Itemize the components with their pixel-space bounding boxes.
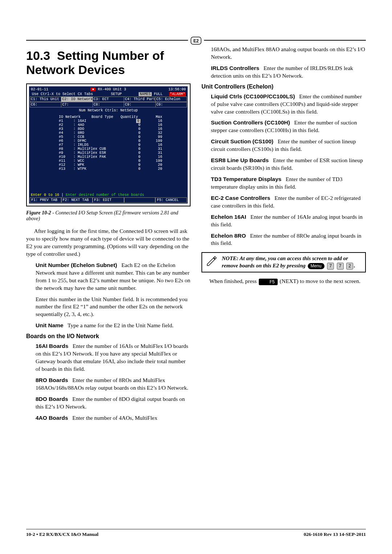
fkeys: F1: PREV TAB F2: NEXT TAB F3: EDIT F5: C… <box>30 197 187 203</box>
figure-caption: Figure 10-2 - Connected I/O Setup Screen… <box>26 210 191 222</box>
header-rule: E2 <box>26 40 366 41</box>
term-unit: RX-400 Unit 3 <box>98 87 126 91</box>
footer-left: 10-2 • E2 RX/BX/CX I&O Manual <box>26 532 98 537</box>
tab-c6: C6: <box>30 102 61 107</box>
term-body: IO Network Board Type Quantity Max #1: 1… <box>30 114 187 175</box>
fk-f2: F2: NEXT TAB <box>61 197 93 203</box>
term-row: #9: MultiFlex ESR031 <box>59 151 183 155</box>
fk-f4 <box>124 197 156 203</box>
subhead-echelon: Unit Controllers (Echelon) <box>201 83 366 90</box>
note-box: NOTE: At any time, you can access this s… <box>201 252 366 272</box>
entry-title: Liquid Ctrls (CC100P/CC100LS) <box>211 93 295 99</box>
term-date: 02-01-11 <box>31 87 48 91</box>
section-heading: 10.3 Setting Number of Network Devices <box>26 49 191 77</box>
entry-title: 8RO Boards <box>36 377 68 383</box>
entry: Suction Controllers (CC100H) Enter the n… <box>201 119 366 134</box>
entry-title: Unit Name <box>36 322 64 328</box>
ctrlx-hint: Use Ctrl-X to Select CX Tabs <box>31 92 94 96</box>
setup-screenshot: 02-01-11 ● RX-400 Unit 3 13:56:00 Use Ct… <box>26 83 191 206</box>
fk-f1: F1: PREV TAB <box>30 197 61 203</box>
key-2: 2 <box>346 263 353 270</box>
tab-c1: C1: This Unit <box>30 97 61 102</box>
entry-title: 8DO Boards <box>36 396 68 402</box>
entry-title: EC-2 Case Controllers <box>211 195 270 201</box>
tab-c8: C8: <box>93 102 124 107</box>
term-screen-title: Num Network Ctrls: NetSetup <box>30 107 187 114</box>
th-ionet: IO Network <box>59 115 91 119</box>
rec-icon: ● <box>90 87 95 91</box>
names-label: NAMES <box>139 92 152 96</box>
term-row: #6: DFMC0199 <box>59 139 183 143</box>
th-qty: Quantity <box>121 115 148 119</box>
entry-title: 16AI Boards <box>36 343 68 349</box>
subhead-ionet: Boards on the I/O Network <box>26 333 191 340</box>
tab-c7: C7: <box>61 102 93 107</box>
pencil-icon <box>205 255 218 270</box>
entry: Echelon 8RO Enter the number of 8ROe ana… <box>201 232 366 247</box>
entry: 168AOs, and MultiFlex 88AO analog output… <box>201 46 366 61</box>
tab-c9: C9: <box>124 102 155 107</box>
full-label: FULL <box>154 92 163 96</box>
term-row: #8: MultiFlex CUB031 <box>59 147 183 151</box>
term-row: #1: 16AI016 <box>59 119 183 123</box>
entry-title: TD3 Temperature Displays <box>211 176 281 182</box>
term-row: #13: WTPK020 <box>59 167 183 171</box>
entry: 16AI Boards Enter the number of 16AIs or… <box>26 342 191 373</box>
entry-title: Echelon 8RO <box>211 233 246 239</box>
term-row: #10: MultiFlex PAK016 <box>59 155 183 159</box>
entry-title: Echelon 16AI <box>211 214 246 220</box>
term-row: #7: IRLDS016 <box>59 143 183 147</box>
entry: Circuit Suction (CS100) Enter the number… <box>201 138 366 153</box>
entry: 8RO Boards Enter the number of 8ROs and … <box>26 377 191 392</box>
entry: Liquid Ctrls (CC100P/CC100LS) Enter the … <box>201 93 366 116</box>
tabs-row-2: C6: C7: C8: C9: C0: <box>30 102 187 107</box>
tab-c2: C2: IO Network <box>61 97 93 102</box>
entry: Unit Number (Echelon Subnet) Each E2 on … <box>26 262 191 292</box>
tab-c5: C5: Echelon <box>156 97 187 102</box>
th-type: Board Type <box>91 115 121 119</box>
right-column: 168AOs, and MultiFlex 88AO analog output… <box>201 46 366 426</box>
term-row: #11: WCC0199 <box>59 159 183 163</box>
key-f5: F5 <box>259 279 278 285</box>
page-footer: 10-2 • E2 RX/BX/CX I&O Manual 026-1610 R… <box>26 529 366 537</box>
entry: Echelon 16AI Enter the number of 16AIe a… <box>201 213 366 229</box>
tab-c3: C3: ECT <box>93 97 124 102</box>
entry-title: Suction Controllers (CC100H) <box>211 119 290 126</box>
entry: Enter this number in the Unit Number fie… <box>26 296 191 319</box>
section-number: 10.3 <box>26 49 50 62</box>
entry-title: Circuit Suction (CS100) <box>211 138 273 144</box>
term-row: #5: CCB099 <box>59 135 183 139</box>
entry-title: IRLDS Controllers <box>211 65 259 71</box>
term-row: #3: 8DO016 <box>59 127 183 131</box>
entry: Unit Name Type a name for the E2 in the … <box>26 322 191 329</box>
alarm-label: *ALARM* <box>169 92 186 96</box>
key-7a: 7 <box>327 263 334 270</box>
entry: IRLDS Controllers Enter the number of IR… <box>201 65 366 80</box>
setup-label: SETUP <box>94 92 139 96</box>
note-text: NOTE: At any time, you can access this s… <box>222 255 362 270</box>
final-para: When finished, press F5 (NEXT) to move t… <box>201 278 366 285</box>
th-max: Max <box>148 115 162 119</box>
tab-c0: C0: <box>156 102 187 107</box>
fk-f5: F5: CANCEL <box>155 197 187 203</box>
entry: EC-2 Case Controllers Enter the number o… <box>201 194 366 210</box>
figure-label: Figure 10-2 <box>26 210 51 216</box>
header-logo: E2 <box>188 36 204 46</box>
entry: ESR8 Line Up Boards Enter the number of … <box>201 157 366 172</box>
term-time: 13:56:00 <box>168 87 186 91</box>
term-row: #4: 8RO032 <box>59 131 183 135</box>
header-logo-text: E2 <box>193 38 199 44</box>
term-row: #2: 4AO016 <box>59 123 183 127</box>
entry-title: ESR8 Line Up Boards <box>211 157 269 163</box>
tab-c4: C4: Third Party <box>124 97 155 102</box>
entry-title: 4AO Boards <box>36 415 68 421</box>
footer-right: 026-1610 Rev 13 14-SEP-2011 <box>304 532 366 537</box>
left-column: 10.3 Setting Number of Network Devices 0… <box>26 46 191 426</box>
entry: TD3 Temperature Displays Enter the numbe… <box>201 176 366 191</box>
entry: 8DO Boards Enter the number of 8DO digit… <box>26 395 191 411</box>
intro-para: After logging in for the first time, the… <box>26 227 191 258</box>
term-hint: Enter 0 to 16 | Enter desired number of … <box>30 193 187 197</box>
tabs-row-1: C1: This Unit C2: IO Network C3: ECT C4:… <box>30 97 187 102</box>
entry-title: Unit Number (Echelon Subnet) <box>36 262 117 268</box>
term-row: #12: WPK020 <box>59 163 183 167</box>
